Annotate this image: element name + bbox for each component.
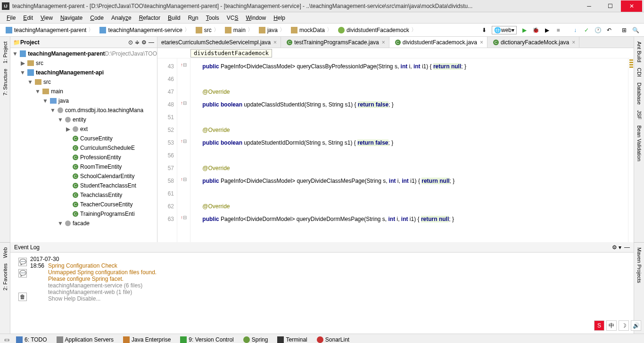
tool-vcs[interactable]: 9: Version Control bbox=[176, 336, 237, 343]
lang-icon[interactable]: 中 bbox=[606, 320, 617, 331]
ime-icon[interactable]: S bbox=[594, 320, 604, 331]
vcs-revert-button[interactable]: ↶ bbox=[604, 25, 614, 35]
scope-selector[interactable]: ⊙ bbox=[128, 39, 133, 46]
menu-view[interactable]: View bbox=[37, 15, 57, 21]
tab-1[interactable]: CtestTrainingProgramsFacade.java× bbox=[281, 37, 389, 48]
run-button[interactable]: ▶ bbox=[520, 25, 529, 35]
menu-help[interactable]: Help bbox=[270, 15, 289, 21]
tool-cdi[interactable]: CDI bbox=[636, 65, 642, 80]
tree-root[interactable]: ▼teachingManagement-parent D:\Project\Ja… bbox=[10, 49, 157, 58]
balloon-icon[interactable]: 💬 bbox=[18, 258, 27, 266]
maximize-button[interactable]: ☐ bbox=[600, 0, 621, 12]
tree-item[interactable]: ▶src bbox=[10, 58, 157, 68]
menu-tools[interactable]: Tools bbox=[202, 15, 223, 21]
tab-3[interactable]: CdictionaryFacadeMock.java× bbox=[487, 37, 579, 48]
tree-item[interactable]: CTeachclassEntity bbox=[10, 190, 157, 200]
event-action[interactable]: Show Help Disable... bbox=[48, 295, 157, 302]
search-button[interactable]: 🔍 bbox=[631, 25, 640, 35]
tool-appservers[interactable]: Application Servers bbox=[53, 336, 117, 343]
tree-item[interactable]: CTrainingProgramsEnti bbox=[10, 209, 157, 219]
close-icon[interactable]: × bbox=[480, 39, 483, 46]
vcs-history-button[interactable]: 🕐 bbox=[593, 25, 603, 35]
menu-refactor[interactable]: Refactor bbox=[135, 15, 164, 21]
close-icon[interactable]: × bbox=[273, 39, 277, 46]
tree-item[interactable]: ▼com.dmsdbj.itoo.teachingMana bbox=[10, 106, 157, 115]
tool-javaee[interactable]: Java Enterprise bbox=[119, 336, 174, 343]
collapse-all-button[interactable]: ≑ bbox=[135, 39, 140, 46]
tree-item[interactable]: ▼src bbox=[10, 77, 157, 87]
crumb-class[interactable]: dividstudentFacademock bbox=[335, 26, 420, 34]
tree-item[interactable]: CCourseEntity bbox=[10, 134, 157, 143]
crumb-project[interactable]: teachingManagement-parent bbox=[3, 26, 97, 34]
tree-item[interactable]: CSchoolCalendarEntity bbox=[10, 172, 157, 181]
tab-2[interactable]: CdividstudentFacademock.java× bbox=[389, 37, 487, 48]
crumb-class[interactable]: dividstudentFacademock bbox=[190, 49, 272, 57]
tree-item[interactable]: ▼entity bbox=[10, 115, 157, 124]
close-icon[interactable]: × bbox=[382, 39, 385, 46]
tool-database[interactable]: Database bbox=[636, 80, 642, 107]
build-button[interactable]: ⬇ bbox=[479, 25, 489, 35]
project-tree[interactable]: ▼teachingManagement-parent D:\Project\Ja… bbox=[10, 48, 157, 242]
menu-build[interactable]: Build bbox=[164, 15, 184, 21]
tree-item[interactable]: CProfessionEntity bbox=[10, 153, 157, 162]
close-icon[interactable]: × bbox=[572, 39, 575, 46]
menu-code[interactable]: Code bbox=[86, 15, 107, 21]
hide-button[interactable]: — bbox=[624, 244, 630, 251]
tree-item[interactable]: CRoomTimeEntity bbox=[10, 162, 157, 172]
tool-window-button[interactable]: ▭ bbox=[3, 336, 10, 343]
clear-icon[interactable]: 🗑 bbox=[18, 293, 27, 301]
mark-read-icon[interactable]: 💬 bbox=[18, 269, 27, 278]
tree-item[interactable]: CCurriculumScheduleE bbox=[10, 143, 157, 153]
tree-item[interactable]: ▼java bbox=[10, 96, 157, 106]
tool-ant[interactable]: Ant Build bbox=[636, 39, 642, 65]
tool-bean[interactable]: Bean Validation bbox=[636, 122, 642, 164]
menu-vcs[interactable]: VCS bbox=[223, 15, 242, 21]
tree-item[interactable]: CStudentTeachclassEnt bbox=[10, 181, 157, 190]
hide-button[interactable]: — bbox=[149, 39, 154, 46]
error-stripe[interactable] bbox=[628, 58, 634, 242]
tree-item[interactable]: ▼facade bbox=[10, 219, 157, 228]
tool-sonar[interactable]: SonarLint bbox=[313, 336, 353, 343]
tool-structure[interactable]: 7: Structure bbox=[2, 66, 8, 98]
tool-jsf[interactable]: JSF bbox=[636, 107, 642, 122]
settings-icon[interactable]: ⚙ ▾ bbox=[612, 244, 621, 251]
volume-icon[interactable]: 🔊 bbox=[631, 320, 641, 331]
run-config-selector[interactable]: 🌐 web ▾ bbox=[492, 26, 517, 34]
tree-item[interactable]: ▼teachingManagement-api bbox=[10, 68, 157, 77]
tool-spring[interactable]: Spring bbox=[239, 336, 272, 343]
project-structure-button[interactable]: ⊞ bbox=[619, 25, 629, 35]
menu-analyze[interactable]: Analyze bbox=[107, 15, 135, 21]
menu-window[interactable]: Window bbox=[242, 15, 270, 21]
module-icon bbox=[20, 50, 26, 57]
moon-icon[interactable]: ☽ bbox=[619, 320, 629, 331]
tree-item[interactable]: ▶ext bbox=[10, 124, 157, 134]
tab-0[interactable]: etariesCurriculumScheduleServiceImpl.jav… bbox=[157, 37, 281, 48]
menu-navigate[interactable]: Navigate bbox=[57, 15, 86, 21]
tool-maven[interactable]: Maven Projects bbox=[636, 245, 642, 286]
tool-terminal[interactable]: Terminal bbox=[273, 336, 311, 343]
menu-edit[interactable]: Edit bbox=[19, 15, 37, 21]
menu-run[interactable]: Run bbox=[184, 15, 202, 21]
vcs-update-button[interactable]: ↓ bbox=[570, 25, 580, 35]
crumb-service[interactable]: teachingManagement-service bbox=[97, 26, 192, 34]
crumb-src[interactable]: src bbox=[193, 26, 222, 34]
coverage-button[interactable]: ▶ bbox=[542, 25, 552, 35]
tool-project[interactable]: 1: Project bbox=[2, 39, 8, 66]
tree-item[interactable]: ▼main bbox=[10, 87, 157, 96]
menu-file[interactable]: File bbox=[3, 15, 19, 21]
tool-web[interactable]: Web bbox=[2, 245, 8, 261]
crumb-main[interactable]: main bbox=[222, 26, 256, 34]
tree-item[interactable]: CTeacherCourseEntity bbox=[10, 200, 157, 209]
tool-favorites[interactable]: 2: Favorites bbox=[2, 261, 8, 293]
settings-icon[interactable]: ⚙ bbox=[141, 39, 147, 46]
vcs-commit-button[interactable]: ✓ bbox=[582, 25, 591, 35]
tool-todo[interactable]: 6: TODO bbox=[12, 336, 51, 343]
code-content[interactable]: public PageInfo<DivideClassModel> queryC… bbox=[190, 58, 628, 242]
debug-button[interactable]: 🐞 bbox=[531, 25, 540, 35]
code-editor[interactable]: 43464748515253565758616263 ↑⊟ ↑⊟ ↑⊟ ↑⊟ ↑… bbox=[157, 58, 634, 242]
stop-button[interactable]: ■ bbox=[553, 25, 563, 35]
crumb-java[interactable]: java bbox=[256, 26, 288, 34]
close-button[interactable]: ✕ bbox=[621, 0, 642, 12]
minimize-button[interactable]: ─ bbox=[578, 0, 600, 12]
crumb-mockdata[interactable]: mockData bbox=[288, 26, 335, 34]
